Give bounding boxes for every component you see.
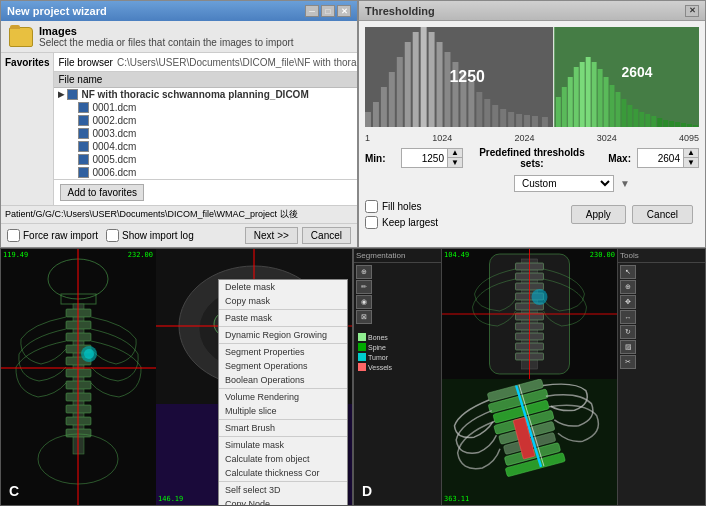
minimize-button[interactable]: ─ (305, 5, 319, 17)
seg-item-tumor[interactable]: Tumor (356, 352, 439, 362)
panel-a-body: Favorites File browser C:\Users\USER\Doc… (1, 53, 357, 205)
context-menu: Delete mask Copy mask Paste mask Dynamic… (218, 279, 348, 506)
context-menu-item[interactable]: Paste mask (219, 311, 347, 325)
file-list[interactable]: ▶ NF with thoracic schwannoma planning_D… (54, 88, 357, 179)
show-import-label[interactable]: Show import log (106, 229, 194, 242)
context-menu-item[interactable]: Multiple slice (219, 404, 347, 418)
file-name-header: File name (58, 74, 102, 85)
seg-item-vessels[interactable]: Vessels (356, 362, 439, 372)
max-down-button[interactable]: ▼ (684, 158, 698, 167)
coord-label-c2: 232.00 (128, 251, 153, 259)
tool-window[interactable]: ▨ (620, 340, 636, 354)
right-panel-header: Tools (618, 249, 705, 263)
tool-zoom[interactable]: ⊕ (620, 280, 636, 294)
max-up-button[interactable]: ▲ (684, 149, 698, 158)
list-item[interactable]: 0004.dcm (54, 140, 357, 153)
file-checkbox[interactable] (78, 128, 89, 139)
panel-b-titlebar: Thresholding ✕ (359, 1, 705, 21)
3d-spine-svg (442, 379, 617, 506)
seg-tool-4[interactable]: ⊠ (356, 310, 372, 324)
seg-item-spine[interactable]: Spine (356, 342, 439, 352)
context-menu-item[interactable]: Calculate thickness Cor (219, 466, 347, 480)
context-menu-item[interactable]: Delete mask (219, 280, 347, 294)
show-import-checkbox[interactable] (106, 229, 119, 242)
min-down-button[interactable]: ▼ (448, 158, 462, 167)
list-item[interactable]: 0002.dcm (54, 114, 357, 127)
seg-item-bones[interactable]: Bones (356, 332, 439, 342)
predefined-select[interactable]: Custom (514, 175, 614, 192)
list-item[interactable]: 0006.dcm (54, 166, 357, 179)
file-checkbox[interactable] (78, 102, 89, 113)
svg-rect-7 (405, 42, 411, 127)
coronal-view-d: 104.49 230.00 (442, 249, 617, 379)
close-thresholding-button[interactable]: ✕ (685, 5, 699, 17)
bottom-checkboxes: Force raw import Show import log (7, 229, 194, 242)
svg-rect-17 (484, 99, 490, 127)
context-menu-item[interactable]: Calculate from object (219, 452, 347, 466)
tool-pan[interactable]: ✥ (620, 295, 636, 309)
file-checkbox[interactable] (78, 141, 89, 152)
cancel-thresholding-button[interactable]: Cancel (632, 205, 693, 224)
svg-rect-33 (592, 62, 597, 127)
folder-item[interactable]: ▶ NF with thoracic schwannoma planning_D… (54, 88, 357, 101)
svg-rect-50 (693, 125, 698, 127)
add-favorites-button[interactable]: Add to favorites (60, 184, 143, 201)
context-menu-item[interactable]: Simulate mask (219, 438, 347, 452)
svg-rect-32 (586, 57, 591, 127)
list-item[interactable]: 0001.dcm (54, 101, 357, 114)
panel-d-viewer: Segmentation ⊕ ✏ ◉ ⊠ Bones Spine (353, 248, 706, 506)
next-button[interactable]: Next >> (245, 227, 298, 244)
file-checkbox[interactable] (78, 167, 89, 178)
list-item[interactable]: 0005.dcm (54, 153, 357, 166)
min-label: Min: (365, 153, 395, 164)
context-menu-item[interactable]: Copy mask (219, 294, 347, 308)
coronal-svg-d (442, 249, 617, 379)
close-button[interactable]: ✕ (337, 5, 351, 17)
file-checkbox[interactable] (78, 154, 89, 165)
context-menu-item[interactable]: Self select 3D (219, 483, 347, 497)
file-checkbox[interactable] (78, 115, 89, 126)
tool-pointer[interactable]: ↖ (620, 265, 636, 279)
seg-tool-3[interactable]: ◉ (356, 295, 372, 309)
tool-measure[interactable]: ↔ (620, 310, 636, 324)
context-menu-item[interactable]: Copy Node (219, 497, 347, 506)
context-menu-item[interactable]: Segment Operations (219, 359, 347, 373)
seg-panel-d: Segmentation ⊕ ✏ ◉ ⊠ Bones Spine (354, 249, 442, 506)
panel-c-viewer: 119.49 232.00 (0, 248, 353, 506)
panel-a-title: New project wizard (7, 5, 107, 17)
context-menu-item[interactable]: Segment Properties (219, 345, 347, 359)
panel-a-titlebar: New project wizard ─ □ ✕ (1, 1, 357, 21)
svg-rect-21 (516, 114, 522, 127)
context-menu-item[interactable]: Smart Brush (219, 421, 347, 435)
fill-holes-label[interactable]: Fill holes (365, 200, 438, 213)
keep-largest-label[interactable]: Keep largest (365, 216, 438, 229)
tool-cut[interactable]: ✂ (620, 355, 636, 369)
list-item[interactable]: 0003.dcm (54, 127, 357, 140)
fill-holes-checkbox[interactable] (365, 200, 378, 213)
cancel-button[interactable]: Cancel (302, 227, 351, 244)
seg-tool-2[interactable]: ✏ (356, 280, 372, 294)
d-coord-3: 363.11 (444, 495, 469, 503)
force-raw-label[interactable]: Force raw import (7, 229, 98, 242)
maximize-button[interactable]: □ (321, 5, 335, 17)
folder-checkbox[interactable] (67, 89, 78, 100)
file-path: C:\Users\USER\Documents\DICOM_file\NF wi… (117, 57, 357, 68)
tool-rotate[interactable]: ↻ (620, 325, 636, 339)
seg-panel-header: Segmentation (354, 249, 441, 263)
svg-rect-23 (532, 116, 538, 127)
min-up-button[interactable]: ▲ (448, 149, 462, 158)
context-menu-item[interactable]: Dynamic Region Growing (219, 328, 347, 342)
min-input[interactable] (402, 151, 447, 166)
file-name: 0001.dcm (92, 102, 136, 113)
keep-largest-checkbox[interactable] (365, 216, 378, 229)
seg-tool-1[interactable]: ⊕ (356, 265, 372, 279)
context-menu-item[interactable]: Boolean Operations (219, 373, 347, 387)
apply-button[interactable]: Apply (571, 205, 626, 224)
panel-a-header: Images Select the media or files that co… (1, 21, 357, 53)
vessels-color-icon (358, 363, 366, 371)
context-menu-item[interactable]: Volume Rendering (219, 390, 347, 404)
svg-rect-48 (681, 123, 686, 127)
dropdown-arrow-icon: ▼ (620, 178, 630, 189)
max-input[interactable] (638, 151, 683, 166)
force-raw-checkbox[interactable] (7, 229, 20, 242)
